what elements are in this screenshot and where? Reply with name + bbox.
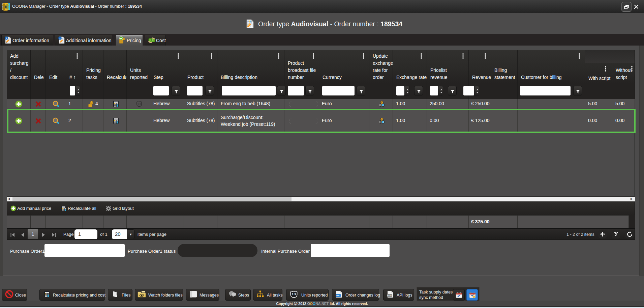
- svg-text:€: €: [382, 104, 384, 106]
- svg-text:C: C: [380, 104, 381, 106]
- svg-text:LOG: LOG: [336, 295, 340, 297]
- svg-text:LOG: LOG: [387, 295, 392, 297]
- svg-text:1·9: 1·9: [137, 103, 141, 105]
- svg-text:$: $: [381, 118, 382, 120]
- svg-text:$: $: [381, 102, 382, 104]
- svg-text:C: C: [380, 121, 381, 123]
- svg-text:1·9: 1·9: [292, 292, 296, 296]
- svg-text:€: €: [382, 121, 384, 123]
- svg-text:$: $: [151, 39, 152, 41]
